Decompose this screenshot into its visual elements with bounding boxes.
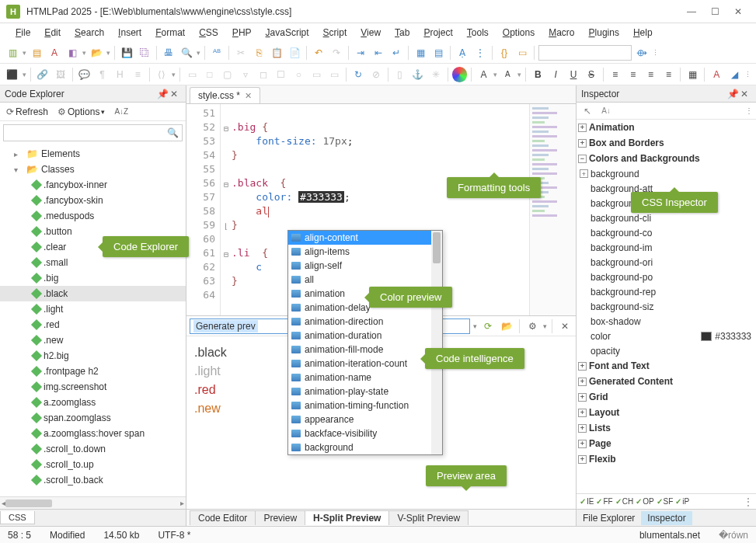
bold-icon[interactable]: B: [530, 67, 545, 82]
autocomplete-item[interactable]: align-self: [288, 259, 442, 273]
inspector-category[interactable]: +Grid: [577, 389, 756, 405]
menu-options[interactable]: Options: [496, 26, 541, 40]
indent-icon[interactable]: ⇥: [353, 45, 368, 61]
tree-item[interactable]: a.zoomglass: [0, 395, 186, 410]
autocomplete-item[interactable]: animation-duration: [288, 329, 442, 343]
outdent-icon[interactable]: ⇤: [371, 45, 386, 61]
menu-help[interactable]: Help: [627, 26, 659, 40]
menu-file[interactable]: File: [9, 26, 37, 40]
document-selector[interactable]: [538, 45, 632, 61]
new-file-icon[interactable]: ▥: [5, 45, 20, 61]
fill-color-icon[interactable]: ◢: [726, 67, 742, 82]
preview-refresh-icon[interactable]: ⟳: [480, 318, 496, 334]
panel-close-icon[interactable]: ✕: [740, 89, 751, 99]
menu-plugins[interactable]: Plugins: [583, 26, 625, 40]
menu-php[interactable]: PHP: [226, 26, 258, 40]
comment-icon[interactable]: 💬: [77, 67, 92, 82]
php-icon[interactable]: ◧: [64, 45, 80, 61]
align-center-icon[interactable]: ≡: [625, 67, 641, 82]
inspector-category[interactable]: +Generated Content: [577, 374, 756, 389]
inspector-category[interactable]: +Lists: [577, 420, 756, 436]
underline-icon[interactable]: U: [566, 67, 581, 82]
editor-tab[interactable]: Preview: [255, 510, 305, 525]
tree-item[interactable]: .small: [0, 255, 186, 270]
tree-item[interactable]: .frontpage h2: [0, 364, 186, 379]
run-icon[interactable]: ⬛: [5, 67, 20, 82]
insp-sort-icon[interactable]: A↓: [598, 103, 614, 119]
inspector-category[interactable]: +Flexib: [577, 451, 756, 467]
pin-icon[interactable]: 📌: [727, 89, 738, 99]
autocomplete-item[interactable]: backface-visibility: [288, 426, 442, 440]
inspector-property[interactable]: background-siz: [577, 299, 756, 314]
inspector-property[interactable]: +background: [577, 166, 756, 181]
search-icon[interactable]: 🔍: [179, 45, 194, 61]
select-icon[interactable]: ▿: [238, 67, 253, 82]
field-icon[interactable]: ▭: [326, 67, 342, 82]
az-icon[interactable]: Ạ: [455, 45, 470, 61]
tree-item[interactable]: .scroll_to.down: [0, 441, 186, 457]
inspector-tab[interactable]: Inspector: [641, 511, 692, 525]
redo-icon[interactable]: ↷: [329, 45, 344, 61]
html-icon[interactable]: ▤: [29, 45, 44, 61]
close-button[interactable]: ✕: [726, 4, 750, 19]
text-color-icon[interactable]: A: [709, 67, 724, 82]
autocomplete-item[interactable]: background: [288, 440, 442, 454]
dots-icon[interactable]: ⋮: [472, 45, 488, 61]
a-icon[interactable]: A: [47, 45, 62, 61]
insp-prev-icon[interactable]: ↖: [580, 103, 595, 119]
link-icon[interactable]: 🔗: [35, 67, 51, 82]
spellcheck-icon[interactable]: ᴬᴮ: [209, 45, 225, 61]
menu-format[interactable]: Format: [149, 26, 191, 40]
autocomplete-item[interactable]: animation-play-state: [288, 385, 442, 399]
tree-item[interactable]: h2.big: [0, 348, 186, 364]
form-icon[interactable]: ▭: [184, 67, 200, 82]
code-editor[interactable]: 5152535455565758596061626364 ⊟ ⊟ ⌊⊟ .big…: [186, 104, 576, 316]
inspector-category[interactable]: −Colors and Backgrounds: [577, 151, 756, 166]
refresh-button[interactable]: ⟳Refresh: [3, 105, 51, 119]
autocomplete-item[interactable]: animation-direction: [288, 315, 442, 329]
tab-css[interactable]: CSS: [0, 511, 35, 524]
strike-icon[interactable]: S: [584, 67, 599, 82]
cut-icon[interactable]: ✂: [233, 45, 249, 61]
autocomplete-item[interactable]: appearance: [288, 412, 442, 426]
sort-button[interactable]: A↓Z: [111, 106, 131, 117]
explorer-search-input[interactable]: 🔍: [3, 124, 183, 141]
editor-tab[interactable]: H-Split Preview: [305, 510, 389, 525]
tree-folder-classes[interactable]: ▾📂 Classes: [0, 162, 186, 177]
label-icon[interactable]: ▭: [308, 67, 324, 82]
explorer-scrollbar[interactable]: ◂ ▸: [0, 496, 186, 509]
code-icon[interactable]: ⟨⟩: [154, 67, 169, 82]
tree-item[interactable]: a.zoomglass:hover span: [0, 426, 186, 441]
inspector-category[interactable]: +Animation: [577, 120, 756, 135]
tree-item[interactable]: .new: [0, 332, 186, 348]
tree-item[interactable]: .light: [0, 301, 186, 317]
open-icon[interactable]: 📂: [89, 45, 104, 61]
preview-open-icon[interactable]: 📂: [499, 318, 514, 334]
paste-icon[interactable]: 📋: [269, 45, 284, 61]
inspector-property[interactable]: box-shadow: [577, 314, 756, 329]
menu-tools[interactable]: Tools: [461, 26, 495, 40]
pin-icon[interactable]: 📌: [157, 89, 168, 99]
tree-item[interactable]: span.zoomglass: [0, 410, 186, 426]
autocomplete-item[interactable]: align-content: [288, 231, 442, 245]
list-icon[interactable]: ≡: [130, 67, 145, 82]
save-all-icon[interactable]: ⿻: [137, 45, 152, 61]
clipboard-icon[interactable]: 📄: [287, 45, 302, 61]
autocomplete-item[interactable]: animation-name: [288, 371, 442, 385]
inspector-property[interactable]: background-rep: [577, 284, 756, 299]
print-icon[interactable]: 🖶: [161, 45, 176, 61]
options-button[interactable]: ⚙Options▾: [54, 105, 108, 119]
tree-item[interactable]: .meduspods: [0, 208, 186, 224]
frame-icon[interactable]: ▯: [392, 67, 408, 82]
preview-settings-icon[interactable]: ⚙: [524, 318, 540, 334]
inspector-property[interactable]: background-co: [577, 225, 756, 240]
autocomplete-item[interactable]: animation-timing-function: [288, 399, 442, 412]
tree-item[interactable]: .black: [0, 286, 186, 301]
menu-css[interactable]: CSS: [193, 26, 225, 40]
wrap-icon[interactable]: ↵: [388, 45, 404, 61]
menu-search[interactable]: Search: [68, 26, 110, 40]
snippet-icon[interactable]: ▭: [514, 45, 530, 61]
font-dec-icon[interactable]: A: [500, 67, 515, 82]
tree-item[interactable]: img.screenshot: [0, 379, 186, 395]
autocomplete-item[interactable]: all: [288, 273, 442, 287]
